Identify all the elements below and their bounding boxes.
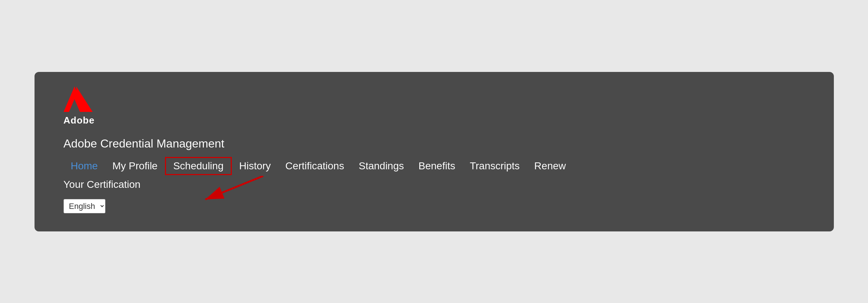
nav-item-scheduling[interactable]: Scheduling [165,157,232,175]
nav-item-certifications[interactable]: Certifications [278,157,351,175]
app-title: Adobe Credential Management [64,137,805,150]
nav-item-transcripts[interactable]: Transcripts [463,157,527,175]
language-selector-wrapper: English [64,199,805,213]
language-select[interactable]: English [64,199,105,213]
nav-row: Home My Profile Scheduling History Certi… [64,157,805,175]
adobe-brand-label: Adobe [64,115,95,126]
adobe-logo-icon [64,86,93,112]
main-container: Adobe Adobe Credential Management Home M… [35,72,834,231]
nav-item-standings[interactable]: Standings [351,157,411,175]
nav-item-home[interactable]: Home [64,157,105,175]
nav-item-my-profile[interactable]: My Profile [105,157,165,175]
nav-item-benefits[interactable]: Benefits [411,157,463,175]
nav-item-renew[interactable]: Renew [527,157,573,175]
nav-row-wrapper: Home My Profile Scheduling History Certi… [64,157,805,175]
nav-item-your-certification[interactable]: Your Certification [64,179,141,190]
logo-section: Adobe [64,86,805,126]
nav-item-history[interactable]: History [232,157,278,175]
second-nav-row: Your Certification [64,179,805,190]
